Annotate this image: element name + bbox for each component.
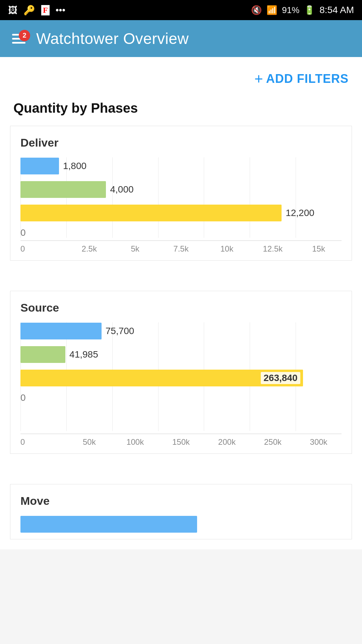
source-blue-value: 75,700 xyxy=(106,326,134,336)
source-green-value: 41,985 xyxy=(69,349,98,360)
chart-separator-1 xyxy=(0,271,362,284)
deliver-x-6: 15k xyxy=(296,244,342,254)
source-green-bar-track: 41,985 xyxy=(20,346,342,363)
chart-separator-2 xyxy=(0,464,362,477)
flipboard-icon: F xyxy=(41,5,50,15)
deliver-blue-value: 1,800 xyxy=(63,161,86,171)
source-x-axis: 0 50k 100k 150k 200k 250k 300k xyxy=(20,434,342,447)
source-extra-space xyxy=(20,404,342,431)
source-x-4: 200k xyxy=(204,437,250,447)
deliver-x-2: 5k xyxy=(112,244,158,254)
add-filters-row: + ADD FILTERS xyxy=(0,64,362,91)
source-yellow-bar: 263,840 xyxy=(20,370,303,386)
move-chart: Move xyxy=(10,484,352,539)
deliver-blue-bar-row: 1,800 xyxy=(20,157,342,175)
status-bar-left-icons: 🖼 🔑 F ••• xyxy=(8,5,65,16)
deliver-green-bar-track: 4,000 xyxy=(20,181,342,198)
source-chart: Source 75,700 xyxy=(10,291,352,454)
notification-badge: 2 xyxy=(19,30,30,41)
add-filters-label: ADD FILTERS xyxy=(266,72,349,86)
photo-icon: 🖼 xyxy=(8,5,17,16)
battery-label: 91% xyxy=(282,5,299,15)
source-x-6: 300k xyxy=(296,437,342,447)
time-label: 8:54 AM xyxy=(319,5,354,15)
source-x-2: 100k xyxy=(112,437,158,447)
deliver-green-bar xyxy=(20,181,106,198)
source-yellow-bar-row: 263,840 xyxy=(20,369,342,387)
wifi-icon: 📶 xyxy=(266,5,277,15)
key-icon: 🔑 xyxy=(23,5,35,16)
source-green-bar-row: 41,985 xyxy=(20,346,342,363)
battery-icon: 🔋 xyxy=(304,5,315,15)
source-x-1: 50k xyxy=(66,437,112,447)
deliver-blue-bar xyxy=(20,158,59,174)
source-bars-wrapper: 75,700 41,985 263,840 xyxy=(20,322,342,431)
move-chart-label: Move xyxy=(20,494,342,507)
more-icon: ••• xyxy=(56,5,65,15)
source-x-5: 250k xyxy=(250,437,296,447)
source-zero-label: 0 xyxy=(20,393,342,403)
deliver-x-0: 0 xyxy=(20,244,66,254)
deliver-green-bar-row: 4,000 xyxy=(20,181,342,198)
deliver-x-4: 10k xyxy=(204,244,250,254)
move-blue-bar xyxy=(20,516,197,533)
deliver-chart: Deliver 1,800 xyxy=(10,126,352,261)
status-bar: 🖼 🔑 F ••• 🔇 📶 91% 🔋 8:54 AM xyxy=(0,0,362,20)
app-bar: 2 Watchtower Overview xyxy=(0,20,362,57)
plus-icon: + xyxy=(254,70,263,87)
source-blue-bar xyxy=(20,323,102,339)
source-x-3: 150k xyxy=(158,437,204,447)
source-yellow-value: 263,840 xyxy=(261,372,300,384)
source-blue-bar-row: 75,700 xyxy=(20,322,342,340)
source-yellow-bar-track: 263,840 xyxy=(20,369,342,387)
source-green-bar xyxy=(20,346,65,363)
source-blue-bar-track: 75,700 xyxy=(20,322,342,340)
deliver-chart-label: Deliver xyxy=(20,136,342,149)
deliver-green-value: 4,000 xyxy=(110,184,133,195)
deliver-zero-label: 0 xyxy=(20,228,342,238)
deliver-yellow-bar-track: 12,200 xyxy=(20,204,342,222)
deliver-bars-wrapper: 1,800 4,000 12,200 xyxy=(20,157,342,238)
deliver-yellow-bar-row: 12,200 xyxy=(20,204,342,222)
deliver-yellow-value: 12,200 xyxy=(286,208,314,218)
deliver-blue-bar-track: 1,800 xyxy=(20,157,342,175)
move-blue-bar-row xyxy=(20,516,342,533)
section-title: Quantity by Phases xyxy=(0,91,362,119)
deliver-x-5: 12.5k xyxy=(250,244,296,254)
add-filters-button[interactable]: + ADD FILTERS xyxy=(254,70,349,87)
source-chart-label: Source xyxy=(20,301,342,314)
main-content: + ADD FILTERS Quantity by Phases Deliver xyxy=(0,57,362,549)
deliver-x-1: 2.5k xyxy=(66,244,112,254)
source-x-0: 0 xyxy=(20,437,66,447)
menu-button[interactable]: 2 xyxy=(9,31,28,46)
status-bar-right-icons: 🔇 📶 91% 🔋 8:54 AM xyxy=(251,5,354,15)
deliver-x-axis: 0 2.5k 5k 7.5k 10k 12.5k 15k xyxy=(20,240,342,254)
app-title: Watchtower Overview xyxy=(36,30,189,48)
move-blue-bar-track xyxy=(20,516,342,533)
deliver-yellow-bar xyxy=(20,205,282,221)
deliver-x-3: 7.5k xyxy=(158,244,204,254)
mute-icon: 🔇 xyxy=(251,5,262,15)
